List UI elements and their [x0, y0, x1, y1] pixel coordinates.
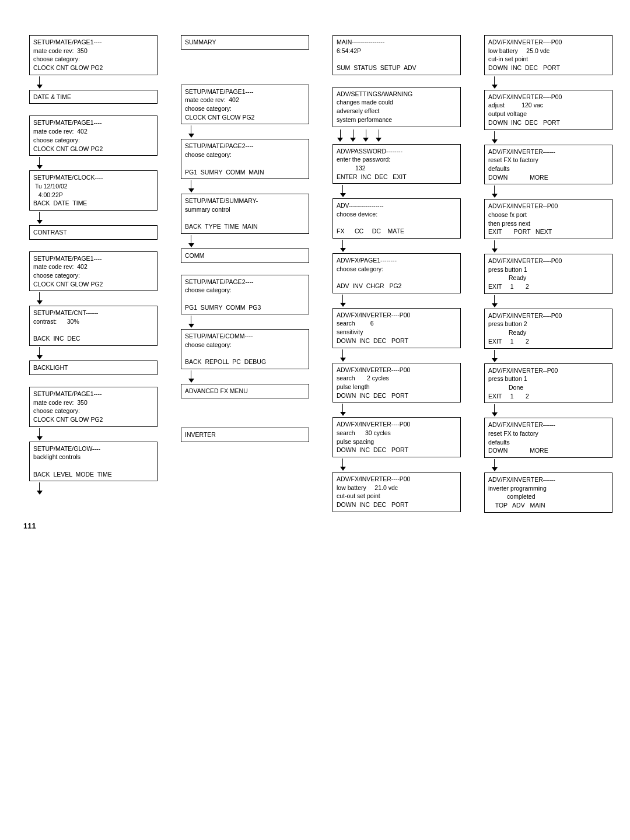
multi-arrow-row	[337, 130, 382, 142]
arrow-8	[187, 125, 194, 138]
box-setup-mate-page1-350: SETUP/MATE/PAGE1---- mate code rev: 350 …	[29, 35, 158, 75]
arrow-10	[187, 235, 194, 247]
box-setup-mate-page2-comm: SETUP/MATE/PAGE2---- choose category: PG…	[181, 275, 309, 315]
arrow-15	[338, 295, 346, 307]
arrow-23	[490, 295, 498, 307]
arrow-12	[187, 370, 194, 383]
box-setup-mate-page1-402b: SETUP/MATE/PAGE1---- mate code rev: 402 …	[29, 251, 158, 292]
box-adv-fx-inverter-btn2-ready: ADV/FX/INVERTER----P00 press button 2 Re…	[484, 309, 612, 349]
flow-diagram: SETUP/MATE/PAGE1---- mate code rev: 350 …	[23, 35, 607, 513]
box-advanced-fx-menu: ADVANCED FX MENU	[181, 384, 309, 398]
arrow-17	[338, 404, 346, 416]
arrow-4	[35, 292, 43, 304]
box-adv-fx-inverter-30cycles: ADV/FX/INVERTER----P00 search 30 cycles …	[332, 417, 461, 457]
box-setup-mate-clock: SETUP/MATE/CLOCK---- Tu 12/10/02 4:00:22…	[29, 170, 158, 211]
arrow-7	[35, 482, 43, 495]
arrow-21	[490, 186, 498, 198]
arr3	[363, 130, 369, 142]
box-setup-mate-comm: SETUP/MATE/COMM---- choose category: BAC…	[181, 329, 309, 369]
box-adv-settings-warning: ADV/SETTINGS/WARNING changes made could …	[332, 87, 461, 127]
box-comm: COMM	[181, 249, 309, 263]
arrow-11	[187, 316, 194, 328]
box-adv-fx-inverter-2cycles: ADV/FX/INVERTER----P00 search 2 cycles p…	[332, 363, 461, 403]
arrow-5	[35, 347, 43, 359]
box-adv-fx-inverter-btn1-done: ADV/FX/INVERTER--P00 press button 1 Done…	[484, 363, 612, 404]
box-adv-fx-inverter-choose-port: ADV/FX/INVERTER--P00 choose fx port then…	[484, 199, 612, 239]
box-adv-fx-inverter-120vac: ADV/FX/INVERTER----P00 adjust 120 vac ou…	[484, 90, 612, 130]
arrow-14	[338, 240, 346, 252]
arrow-3	[35, 212, 43, 224]
arr1	[337, 130, 343, 142]
column-4: ADV/FX/INVERTER----P00 low battery 25.0 …	[478, 35, 630, 513]
arr4	[376, 130, 382, 142]
page: SETUP/MATE/PAGE1---- mate code rev: 350 …	[0, 0, 630, 548]
column-1: SETUP/MATE/PAGE1---- mate code rev: 350 …	[23, 35, 175, 513]
box-setup-mate-page2-sumry: SETUP/MATE/PAGE2---- choose category: PG…	[181, 139, 309, 179]
box-adv-password: ADV/PASSWORD-------- enter the password:…	[332, 144, 461, 184]
box-adv-fx-inverter-21vdc: ADV/FX/INVERTER----P00 low battery 21.0 …	[332, 472, 461, 512]
column-2: SUMMARY SETUP/MATE/PAGE1---- mate code r…	[175, 35, 327, 513]
arrow-13	[338, 185, 346, 197]
arrow-26	[490, 459, 498, 471]
arrow-1	[35, 76, 43, 89]
box-contrast: CONTRAST	[29, 225, 158, 240]
box-setup-mate-summary: SETUP/MATE/SUMMARY- summary control BACK…	[181, 194, 309, 234]
arrow-24	[490, 350, 498, 362]
column-3: MAIN---------------- 6:54:42P SUM STATUS…	[327, 35, 478, 513]
box-setup-mate-page1-402c: SETUP/MATE/PAGE1---- mate code rev: 402 …	[181, 85, 309, 125]
arrow-6	[35, 428, 43, 440]
box-backlight: BACKLIGHT	[29, 360, 158, 375]
arrow-19	[490, 76, 498, 89]
page-number: 111	[23, 522, 36, 530]
box-adv-fx-inverter-reset: ADV/FX/INVERTER------ reset FX to factor…	[484, 145, 612, 185]
box-summary: SUMMARY	[181, 35, 309, 50]
arrow-20	[490, 131, 498, 144]
box-date-time: DATE & TIME	[29, 90, 158, 104]
box-adv-fx-inverter-25vdc: ADV/FX/INVERTER----P00 low battery 25.0 …	[484, 35, 612, 75]
arrow-18	[338, 459, 346, 471]
arrow-9	[187, 180, 194, 192]
box-adv-fx-inverter-completed: ADV/FX/INVERTER------ inverter programmi…	[484, 473, 612, 513]
arrow-25	[490, 404, 498, 416]
box-main-654: MAIN---------------- 6:54:42P SUM STATUS…	[332, 35, 461, 75]
box-setup-mate-glow: SETUP/MATE/GLOW---- backlight controls B…	[29, 442, 158, 482]
box-adv-choose-device: ADV----------------- choose device: FX C…	[332, 198, 461, 239]
box-adv-fx-page1: ADV/FX/PAGE1-------- choose category: AD…	[332, 253, 461, 293]
box-adv-fx-inverter-search6: ADV/FX/INVERTER----P00 search 6 sensitiv…	[332, 308, 461, 348]
box-setup-mate-cnt: SETUP/MATE/CNT------ contrast: 30% BACK …	[29, 306, 158, 346]
box-adv-fx-inverter-reset2: ADV/FX/INVERTER------ reset FX to factor…	[484, 418, 612, 458]
arrow-2	[35, 157, 43, 169]
arr2	[350, 130, 356, 142]
arrow-16	[338, 349, 346, 362]
box-adv-fx-inverter-btn1-ready: ADV/FX/INVERTER----P00 press button 1 Re…	[484, 254, 612, 294]
box-setup-mate-page1-350b: SETUP/MATE/PAGE1---- mate code rev: 350 …	[29, 387, 158, 427]
box-inverter: INVERTER	[181, 428, 309, 442]
arrow-22	[490, 240, 498, 253]
box-setup-mate-page1-402a: SETUP/MATE/PAGE1---- mate code rev: 402 …	[29, 116, 158, 156]
